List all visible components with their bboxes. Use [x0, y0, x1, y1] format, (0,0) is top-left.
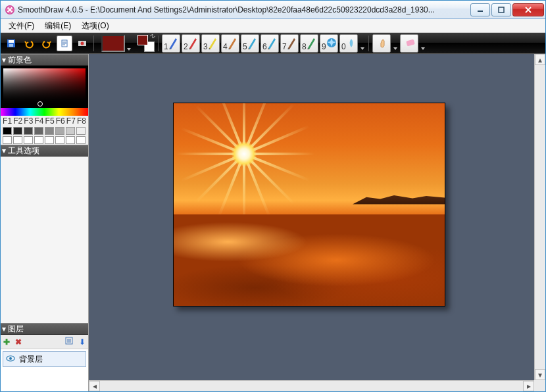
layer-row-background[interactable]: 背景层 [3, 351, 86, 367]
svg-rect-8 [9, 40, 14, 43]
color-picker[interactable] [1, 66, 88, 108]
separator [93, 36, 94, 51]
brush-tool-4[interactable]: 4 [221, 34, 239, 53]
tool-options-body [1, 157, 88, 323]
scroll-track[interactable] [100, 381, 523, 391]
fg-bg-swatch[interactable] [137, 35, 155, 52]
app-icon [5, 5, 15, 15]
color-swatch[interactable] [24, 136, 33, 144]
color-swatch-area [101, 35, 132, 52]
color-swatch[interactable] [3, 127, 12, 135]
f-label: F2 [12, 116, 23, 126]
brush-tool-3[interactable]: 3 [201, 34, 220, 53]
svg-rect-6 [499, 7, 504, 12]
document-button[interactable] [57, 36, 72, 51]
f-key-labels: F1F2F3F4F5F6F7F8 [1, 116, 88, 126]
titlebar[interactable]: SmoothDraw 4.0.5 - E:\Document And Setti… [1, 1, 545, 19]
svg-rect-5 [478, 11, 483, 12]
merge-down-icon[interactable]: ⬇ [79, 337, 86, 347]
menu-options[interactable]: 选项(O) [76, 19, 114, 33]
brush-overflow-icon[interactable] [360, 34, 365, 53]
layers-panel: ✚ ✖ ⬇ 背景层 [1, 335, 88, 391]
color-swatch[interactable] [66, 136, 75, 144]
swatch-dropdown-icon[interactable] [126, 35, 132, 52]
panel-header-foreground[interactable]: ▾前景色 [1, 54, 88, 66]
canvas-image[interactable] [173, 103, 445, 306]
brush-tool-6[interactable]: 6 [261, 34, 279, 53]
minimize-button[interactable] [470, 3, 490, 16]
separator [368, 36, 369, 51]
eraser-dropdown-icon[interactable] [420, 34, 426, 53]
brush-tool-9[interactable]: 9 [320, 34, 338, 53]
menu-file[interactable]: 文件(F) [3, 19, 39, 33]
menu-edit[interactable]: 编辑(E) [39, 19, 76, 33]
color-swatch[interactable] [13, 127, 22, 135]
brush-tool-8[interactable]: 8 [300, 34, 318, 53]
delete-layer-icon[interactable]: ✖ [15, 337, 22, 347]
brush-tool-2[interactable]: 2 [182, 34, 200, 53]
hue-slider[interactable] [1, 108, 88, 116]
color-swatch-main[interactable] [101, 35, 125, 52]
add-layer-icon[interactable]: ✚ [3, 337, 10, 347]
f-label: F7 [66, 116, 76, 126]
scroll-right-icon[interactable]: ▸ [523, 381, 534, 391]
close-button[interactable] [512, 3, 544, 16]
svg-point-3 [9, 11, 11, 14]
f-label: F5 [45, 116, 55, 126]
svg-point-12 [81, 41, 84, 45]
color-swatch[interactable] [66, 127, 75, 135]
sidebar: ▾前景色 F1F2F3F4F5F6F7F8 ▾工具选项 ▾图层 ✚ ✖ ⬇ 背景… [1, 54, 89, 391]
scroll-corner [534, 380, 545, 391]
color-swatch[interactable] [76, 127, 86, 135]
scroll-down-icon[interactable]: ▾ [535, 369, 545, 380]
scroll-up-icon[interactable]: ▴ [535, 54, 545, 65]
fg-color[interactable] [137, 35, 148, 45]
swap-colors-icon[interactable] [149, 34, 156, 39]
f-label: F3 [23, 116, 34, 126]
save-button[interactable] [3, 36, 19, 51]
color-swatch[interactable] [45, 127, 54, 135]
visibility-icon[interactable] [6, 355, 15, 364]
panel-header-layers[interactable]: ▾图层 [1, 323, 88, 335]
canvas-viewport[interactable] [89, 54, 534, 380]
svg-point-1 [9, 6, 11, 9]
swatch-row-2 [1, 135, 88, 145]
vertical-scrollbar[interactable]: ▴ ▾ [534, 54, 545, 380]
color-swatch[interactable] [3, 136, 12, 144]
svg-point-17 [9, 357, 12, 360]
color-swatch[interactable] [13, 136, 22, 144]
brush-tool-1[interactable]: 1 [162, 34, 180, 53]
separator [158, 36, 159, 51]
layer-name: 背景层 [19, 354, 43, 365]
swatch-row-1 [1, 126, 88, 135]
brush-tool-7[interactable]: 7 [280, 34, 299, 53]
scroll-track[interactable] [535, 65, 545, 369]
redo-button[interactable] [39, 36, 55, 51]
scroll-left-icon[interactable]: ◂ [89, 381, 100, 391]
window-title: SmoothDraw 4.0.5 - E:\Document And Setti… [18, 5, 470, 14]
color-swatch[interactable] [34, 127, 43, 135]
maximize-button[interactable] [491, 3, 511, 16]
color-cursor[interactable] [37, 101, 43, 107]
record-button[interactable] [74, 36, 90, 51]
panel-title-fg: 前景色 [8, 55, 32, 66]
color-swatch[interactable] [34, 136, 43, 144]
chevron-down-icon: ▾ [2, 55, 6, 64]
eraser-tool[interactable] [400, 34, 418, 53]
finger-dropdown-icon[interactable] [393, 34, 398, 53]
color-swatch[interactable] [55, 127, 64, 135]
brush-tool-0[interactable]: 0 [339, 34, 358, 53]
color-swatch[interactable] [45, 136, 54, 144]
horizontal-scrollbar[interactable]: ◂ ▸ [89, 380, 534, 391]
layer-settings-icon[interactable] [64, 336, 74, 347]
chevron-down-icon: ▾ [2, 146, 6, 155]
undo-button[interactable] [21, 36, 37, 51]
f-label: F4 [34, 116, 44, 126]
finger-tool[interactable] [372, 34, 391, 53]
panel-header-tool-options[interactable]: ▾工具选项 [1, 145, 88, 157]
menubar: 文件(F) 编辑(E) 选项(O) [1, 19, 545, 33]
color-swatch[interactable] [55, 136, 64, 144]
color-swatch[interactable] [76, 136, 86, 144]
brush-tool-5[interactable]: 5 [241, 34, 259, 53]
color-swatch[interactable] [24, 127, 33, 135]
